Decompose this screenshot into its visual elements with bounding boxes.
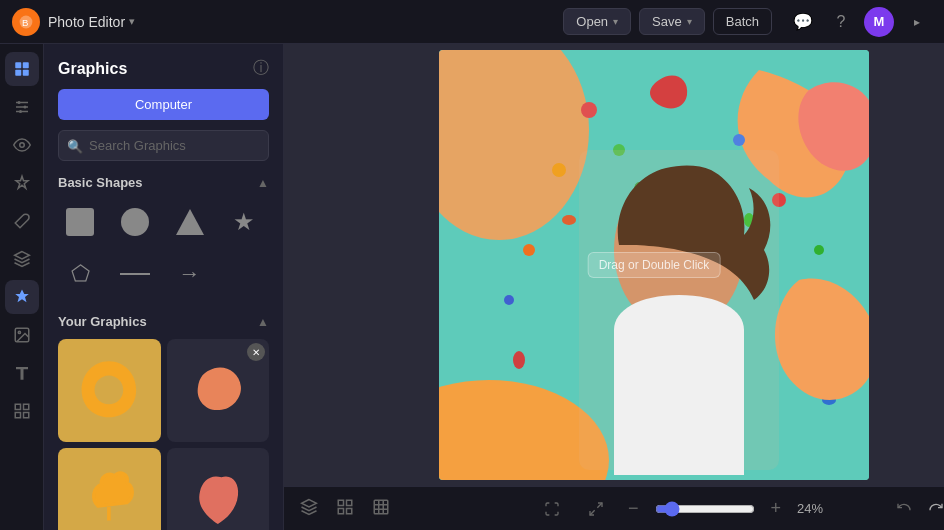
app-name: Photo Editor <box>48 14 125 30</box>
iconbar <box>0 44 44 530</box>
sidebar-title: Graphics <box>58 60 127 78</box>
bottombar-center: − + 24% <box>536 494 832 523</box>
batch-button[interactable]: Batch <box>713 8 772 35</box>
basic-shapes-header: Basic Shapes ▲ <box>58 175 269 190</box>
svg-point-7 <box>23 106 26 109</box>
your-graphics-title: Your Graphics <box>58 314 147 329</box>
open-chevron-icon: ▾ <box>613 16 618 27</box>
svg-rect-13 <box>23 404 28 409</box>
text-icon-button[interactable] <box>5 356 39 390</box>
svg-line-43 <box>590 510 595 515</box>
your-graphics-section: Your Graphics ▲ ✕ <box>44 314 283 530</box>
svg-point-22 <box>733 134 745 146</box>
graphic-item-3[interactable] <box>58 448 161 531</box>
more-icon-button[interactable]: ▸ <box>902 7 932 37</box>
basic-shapes-title: Basic Shapes <box>58 175 143 190</box>
canvas-center: Drag or Double Click <box>284 44 944 486</box>
home-icon-button[interactable] <box>5 52 39 86</box>
bottombar-left <box>296 494 536 524</box>
graphics-grid: ✕ <box>58 339 269 530</box>
save-chevron-icon: ▾ <box>687 16 692 27</box>
svg-text:B: B <box>22 17 28 28</box>
zoom-percent: 24% <box>797 501 832 516</box>
search-input[interactable] <box>58 130 269 161</box>
svg-rect-4 <box>15 70 21 76</box>
shape-circle-item[interactable] <box>113 200 157 244</box>
canvas-svg <box>439 50 869 480</box>
svg-rect-15 <box>23 413 28 418</box>
search-container: 🔍 <box>58 130 269 161</box>
search-icon: 🔍 <box>67 138 83 153</box>
svg-rect-5 <box>22 70 28 76</box>
zoom-in-button[interactable]: + <box>767 494 786 523</box>
svg-point-26 <box>504 295 514 305</box>
frame-bottom-icon[interactable] <box>332 494 358 524</box>
bottombar-right <box>832 495 944 523</box>
graphic-svg-4 <box>182 463 254 530</box>
topbar: B Photo Editor ▾ Open ▾ Save ▾ Batch 💬 ?… <box>0 0 944 44</box>
circle-shape <box>121 208 149 236</box>
save-button[interactable]: Save ▾ <box>639 8 705 35</box>
line-shape <box>120 273 150 275</box>
redo-button[interactable] <box>924 495 944 523</box>
svg-point-11 <box>18 331 20 333</box>
graphic-svg-3 <box>73 463 145 530</box>
svg-point-9 <box>19 143 24 148</box>
square-shape <box>66 208 94 236</box>
undo-button[interactable] <box>892 495 916 523</box>
frames-icon-button[interactable] <box>5 394 39 428</box>
graphic-item-2[interactable]: ✕ <box>167 339 270 442</box>
open-button[interactable]: Open ▾ <box>563 8 631 35</box>
canvas-image[interactable]: Drag or Double Click <box>439 50 869 480</box>
star-shape: ★ <box>233 208 255 236</box>
remove-graphic-2-button[interactable]: ✕ <box>247 343 265 361</box>
app-chevron-icon: ▾ <box>129 15 135 28</box>
graphics-icon-button[interactable] <box>5 280 39 314</box>
brush-icon-button[interactable] <box>5 204 39 238</box>
svg-rect-40 <box>347 508 352 513</box>
svg-point-30 <box>562 215 576 225</box>
zoom-slider[interactable] <box>655 501 755 517</box>
help-icon-button[interactable]: ? <box>826 7 856 37</box>
bottombar: − + 24% <box>284 486 944 530</box>
image-icon-button[interactable] <box>5 318 39 352</box>
effects-icon-button[interactable] <box>5 166 39 200</box>
svg-rect-39 <box>338 508 343 513</box>
shape-arrow-item[interactable]: → <box>168 252 212 296</box>
shape-star-item[interactable]: ★ <box>222 200 266 244</box>
eye-icon-button[interactable] <box>5 128 39 162</box>
fit-screen-button[interactable] <box>580 497 612 521</box>
arrow-shape: → <box>179 261 201 287</box>
save-label: Save <box>652 14 682 29</box>
basic-shapes-collapse-button[interactable]: ▲ <box>257 176 269 190</box>
open-label: Open <box>576 14 608 29</box>
app-logo: B <box>12 8 40 36</box>
layers-bottom-icon[interactable] <box>296 494 322 524</box>
shape-line-item[interactable] <box>113 252 157 296</box>
zoom-out-button[interactable]: − <box>624 494 643 523</box>
info-button[interactable]: ⓘ <box>253 58 269 79</box>
chat-icon-button[interactable]: 💬 <box>788 7 818 37</box>
your-graphics-header: Your Graphics ▲ <box>58 314 269 329</box>
layers-icon-button[interactable] <box>5 242 39 276</box>
svg-rect-2 <box>15 62 21 68</box>
source-computer-button[interactable]: Computer <box>58 89 269 120</box>
basic-shapes-section: Basic Shapes ▲ ★ ⬠ <box>44 175 283 314</box>
svg-rect-38 <box>347 500 352 505</box>
graphic-item-1[interactable] <box>58 339 161 442</box>
grid-bottom-icon[interactable] <box>368 494 394 524</box>
svg-point-21 <box>552 163 566 177</box>
topbar-icon-group: 💬 ? M ▸ <box>788 7 932 37</box>
shape-pentagon-item[interactable]: ⬠ <box>58 252 102 296</box>
svg-rect-3 <box>22 62 28 68</box>
svg-rect-37 <box>338 500 343 505</box>
shape-triangle-item[interactable] <box>168 200 212 244</box>
pentagon-shape: ⬠ <box>71 261 90 287</box>
adjustments-icon-button[interactable] <box>5 90 39 124</box>
fit-width-button[interactable] <box>536 497 568 521</box>
graphic-item-4[interactable] <box>167 448 270 531</box>
svg-rect-41 <box>374 500 388 514</box>
user-avatar[interactable]: M <box>864 7 894 37</box>
your-graphics-collapse-button[interactable]: ▲ <box>257 315 269 329</box>
shape-square-item[interactable] <box>58 200 102 244</box>
